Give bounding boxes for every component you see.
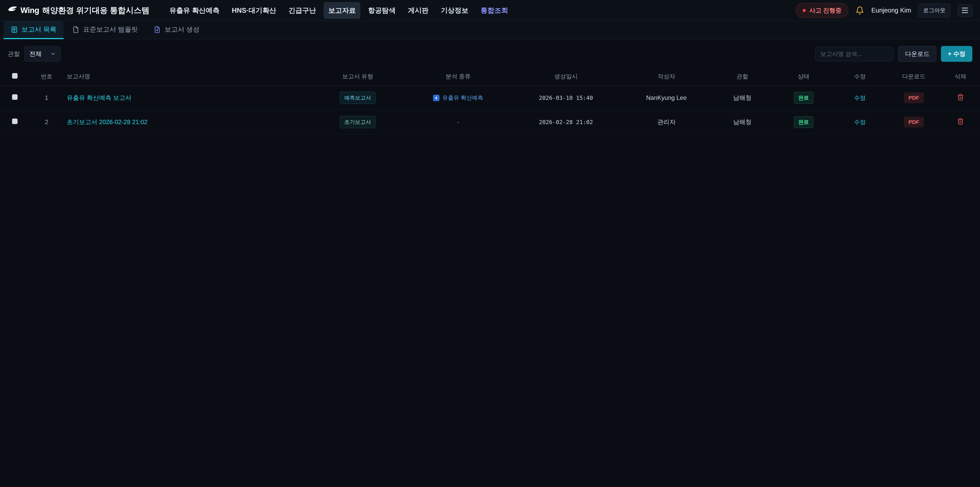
edit-link[interactable]: 수정 [854, 119, 866, 125]
download-button[interactable]: 다운로드 [898, 46, 936, 62]
incident-dot-icon [803, 9, 806, 12]
header-no: 번호 [29, 67, 64, 86]
header-report-name: 보고서명 [64, 67, 309, 86]
droplet-icon [433, 95, 439, 101]
pdf-download-button[interactable]: PDF [904, 93, 924, 103]
tab-report-create[interactable]: 보고서 생성 [146, 21, 207, 39]
jurisdiction: 남해청 [733, 94, 752, 101]
nav-item-oil-spill-prediction[interactable]: 유출유 확산예측 [165, 2, 224, 19]
row-checkbox[interactable] [12, 94, 18, 100]
author: NanKyung Lee [646, 94, 687, 101]
tab-report-template-label: 표준보고서 템플릿 [83, 25, 138, 34]
delete-button[interactable] [957, 94, 964, 101]
trash-icon [957, 94, 964, 101]
nav-item-hns-air-diffusion[interactable]: HNS·대기확산 [227, 2, 281, 19]
report-table: 번호 보고서명 보고서 유형 분석 종류 생성일시 작성자 관할 상태 수정 다… [0, 67, 980, 134]
header-jurisdiction: 관할 [711, 67, 774, 86]
edit-create-button[interactable]: + 수정 [941, 46, 972, 62]
report-tabbar: 보고서 목록 표준보고서 템플릿 보고서 생성 [0, 21, 980, 39]
hamburger-menu-icon [962, 8, 968, 8]
header-delete: 삭제 [941, 67, 980, 86]
tab-report-list-label: 보고서 목록 [21, 25, 56, 34]
created-at: 2026-02-28 21:02 [539, 119, 593, 125]
nav-item-aerial-search[interactable]: 항공탐색 [363, 2, 400, 19]
analysis-type-badge: 유출유 확산예측 [433, 94, 483, 102]
trash-icon [957, 118, 964, 125]
analysis-type-label: 유출유 확산예측 [442, 94, 483, 102]
nav-item-reports[interactable]: 보고자료 [324, 2, 360, 19]
table-row: 1 유출유 확산예측 보고서 예측보고서 유출유 확산예측 2026-03-10… [0, 86, 980, 110]
app-title: 해양환경 위기대응 통합시스템 [42, 5, 149, 16]
report-table-container: 번호 보고서명 보고서 유형 분석 종류 생성일시 작성자 관할 상태 수정 다… [0, 67, 980, 134]
brand-name: Wing [21, 6, 39, 15]
nav-item-emergency-rescue[interactable]: 긴급구난 [284, 2, 321, 19]
created-at: 2026-03-10 15:40 [539, 95, 593, 101]
incident-status-badge[interactable]: 사고 진행중 [796, 3, 849, 18]
user-name: Eunjeong Kim [871, 6, 911, 14]
report-type-badge: 초기보고서 [340, 116, 375, 128]
row-checkbox[interactable] [12, 118, 18, 124]
report-create-icon [154, 26, 161, 33]
logout-button[interactable]: 로그아웃 [918, 3, 950, 18]
report-list-icon [11, 26, 18, 33]
nav-item-board[interactable]: 게시판 [403, 2, 433, 19]
status-badge: 완료 [794, 92, 813, 104]
tab-report-create-label: 보고서 생성 [164, 25, 199, 34]
jurisdiction-filter-label: 관할 [8, 50, 20, 58]
top-navigation: Wing 해양환경 위기대응 통합시스템 유출유 확산예측 HNS·대기확산 긴… [0, 0, 980, 21]
header-status: 상태 [774, 67, 833, 86]
report-template-icon [72, 26, 80, 33]
notifications-button[interactable] [856, 6, 864, 15]
incident-status-label: 사고 진행중 [809, 6, 842, 14]
tab-report-list[interactable]: 보고서 목록 [3, 21, 64, 39]
chevron-down-icon [50, 51, 56, 57]
report-name-link[interactable]: 유출유 확산예측 보고서 [67, 94, 131, 101]
header-report-type: 보고서 유형 [309, 67, 407, 86]
delete-button[interactable] [957, 118, 964, 125]
header-edit: 수정 [833, 67, 887, 86]
header-analysis-type: 분석 종류 [407, 67, 510, 86]
report-name-link[interactable]: 초기보고서 2026-02-28 21:02 [67, 118, 148, 125]
row-number: 2 [45, 118, 48, 125]
edit-link[interactable]: 수정 [854, 94, 866, 101]
table-header-row: 번호 보고서명 보고서 유형 분석 종류 생성일시 작성자 관할 상태 수정 다… [0, 67, 980, 86]
analysis-type-empty: - [457, 118, 459, 125]
tab-report-template[interactable]: 표준보고서 템플릿 [65, 21, 145, 39]
report-type-badge: 예측보고서 [340, 92, 375, 104]
filter-bar: 관할 전체 다운로드 + 수정 [0, 39, 980, 67]
main-menu: 유출유 확산예측 HNS·대기확산 긴급구난 보고자료 항공탐색 게시판 기상정… [165, 2, 513, 19]
status-badge: 완료 [794, 116, 813, 128]
jurisdiction: 남해청 [733, 118, 752, 125]
hamburger-menu-button[interactable] [958, 4, 972, 17]
jurisdiction-select[interactable]: 전체 [24, 46, 61, 62]
header-download: 다운로드 [887, 67, 941, 86]
table-row: 2 초기보고서 2026-02-28 21:02 초기보고서 - 2026-02… [0, 110, 980, 134]
jurisdiction-select-value: 전체 [29, 50, 41, 58]
row-number: 1 [45, 94, 48, 101]
nav-item-weather-info[interactable]: 기상정보 [436, 2, 473, 19]
nav-item-integrated-search[interactable]: 통합조회 [476, 2, 513, 19]
select-all-checkbox[interactable] [12, 73, 18, 79]
brand-logo[interactable]: Wing 해양환경 위기대응 통합시스템 [8, 5, 150, 16]
pdf-download-button[interactable]: PDF [904, 117, 924, 128]
bell-icon [856, 6, 864, 15]
report-search-input[interactable] [815, 47, 894, 61]
header-author: 작성자 [622, 67, 711, 86]
wing-logo-icon [8, 6, 18, 15]
header-created-at: 생성일시 [510, 67, 622, 86]
author: 관리자 [657, 118, 676, 125]
header-right-cluster: 사고 진행중 Eunjeong Kim 로그아웃 [796, 3, 972, 18]
